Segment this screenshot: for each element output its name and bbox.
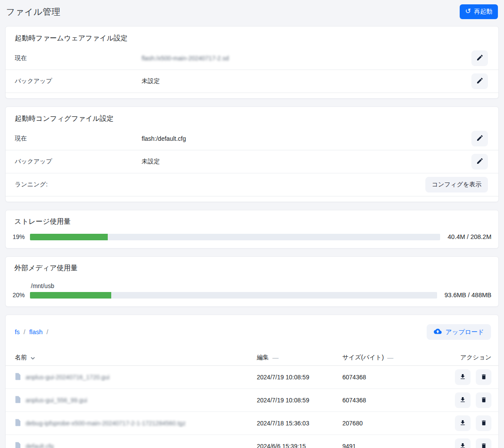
upload-button-label: アップロード	[445, 328, 484, 336]
storage-progress-bar	[30, 234, 440, 240]
firmware-backup-edit-button[interactable]	[471, 73, 488, 89]
table-row: default.cfg 2024/6/6 15:39:15 9491	[6, 435, 498, 448]
table-row: anplus-gui_556_99.gui 2024/7/19 10:08:59…	[6, 389, 498, 412]
file-edited: 2024/7/19 10:08:59	[257, 374, 342, 381]
file-actions	[443, 392, 491, 408]
config-backup-row: バックアップ 未設定	[6, 150, 498, 173]
file-edited: 2024/7/18 15:36:03	[257, 420, 342, 427]
files-toolbar: fs / flash / アップロード	[6, 324, 498, 340]
firmware-backup-value: 未設定	[142, 77, 471, 85]
download-button[interactable]	[455, 438, 471, 448]
config-current-value: flash:/default.cfg	[142, 135, 471, 142]
config-current-edit-button[interactable]	[471, 131, 488, 146]
external-progress-fill	[30, 292, 111, 299]
config-card-title: 起動時コンフィグファイル設定	[6, 107, 498, 127]
trash-icon	[481, 373, 487, 382]
download-icon	[459, 396, 466, 405]
firmware-backup-row: バックアップ 未設定	[6, 70, 498, 93]
config-backup-value: 未設定	[142, 158, 471, 166]
external-usage-row: 20% 93.6MB / 488MB	[13, 292, 491, 299]
config-current-row: 現在 flash:/default.cfg	[6, 127, 498, 150]
column-header-size[interactable]: サイズ(バイト) —	[342, 354, 443, 362]
file-icon	[15, 419, 21, 428]
firmware-settings-card: 起動時ファームウェアファイル設定 現在 flash:/x500-main-202…	[5, 26, 499, 99]
config-settings-card: 起動時コンフィグファイル設定 現在 flash:/default.cfg バック…	[5, 106, 499, 202]
pencil-icon	[476, 77, 484, 86]
storage-usage-title: ストレージ使用量	[13, 217, 491, 233]
config-current-label: 現在	[15, 135, 142, 143]
restart-button[interactable]: ↺ 再起動	[460, 4, 498, 19]
file-icon	[15, 442, 21, 448]
firmware-current-value: flash:/x500-main-20240717-2.sd	[142, 55, 471, 62]
config-running-row: ランニング: コンフィグを表示	[6, 173, 498, 196]
file-name: anplus-gui-20240716_1720.gui	[26, 374, 109, 381]
external-progress-bar	[30, 292, 437, 299]
external-usage-value: 93.6MB / 488MB	[444, 292, 491, 299]
file-size: 6074368	[342, 374, 443, 381]
delete-button[interactable]	[476, 392, 491, 408]
files-table-header: 名前 編集 — サイズ(バイト) — アクション	[6, 350, 498, 366]
download-icon	[459, 419, 466, 428]
firmware-card-title: 起動時ファームウェアファイル設定	[6, 27, 498, 47]
file-name: debug-ipfsprobe-x500-main-20240717-2-1-1…	[26, 420, 186, 427]
delete-button[interactable]	[476, 415, 491, 431]
storage-percent-label: 19%	[13, 233, 30, 240]
storage-usage-card: ストレージ使用量 19% 40.4M / 208.2M	[5, 210, 499, 249]
pencil-icon	[476, 134, 484, 143]
sort-dash-icon: —	[272, 354, 279, 361]
download-button[interactable]	[455, 415, 471, 431]
pencil-icon	[476, 157, 484, 166]
firmware-current-edit-button[interactable]	[471, 50, 488, 66]
column-header-name[interactable]: 名前	[15, 354, 257, 362]
column-header-edited[interactable]: 編集 —	[257, 354, 342, 362]
external-media-usage-card: 外部メディア使用量 /mnt/usb 20% 93.6MB / 488MB	[5, 256, 499, 307]
config-running-label: ランニング:	[15, 181, 142, 189]
download-button[interactable]	[455, 392, 471, 408]
file-name-cell: debug-ipfsprobe-x500-main-20240717-2-1-1…	[15, 419, 257, 428]
file-name: default.cfg	[26, 443, 54, 448]
storage-progress-fill	[30, 234, 108, 240]
page-title: ファイル管理	[6, 6, 60, 18]
file-size: 9491	[342, 443, 443, 448]
sort-dash-icon: —	[387, 354, 393, 361]
table-row: anplus-gui-20240716_1720.gui 2024/7/19 1…	[6, 366, 498, 389]
storage-usage-row: 19% 40.4M / 208.2M	[13, 233, 491, 240]
breadcrumb: fs / flash /	[15, 329, 48, 335]
breadcrumb-fs-link[interactable]: fs	[15, 329, 20, 335]
file-browser-card: fs / flash / アップロード 名前 編集 — サイズ(バイト) —	[5, 315, 499, 448]
pencil-icon	[476, 54, 484, 63]
file-name-cell: anplus-gui_556_99.gui	[15, 396, 257, 405]
delete-button[interactable]	[476, 369, 491, 385]
cloud-upload-icon	[434, 328, 442, 336]
breadcrumb-flash-link[interactable]: flash	[29, 329, 43, 335]
config-backup-label: バックアップ	[15, 158, 142, 166]
show-config-button[interactable]: コンフィグを表示	[425, 177, 488, 192]
download-button[interactable]	[455, 369, 471, 385]
download-icon	[459, 373, 466, 382]
file-name-cell: anplus-gui-20240716_1720.gui	[15, 373, 257, 382]
file-icon	[15, 373, 21, 382]
config-backup-edit-button[interactable]	[471, 154, 488, 169]
delete-button[interactable]	[476, 438, 491, 448]
file-icon	[15, 396, 21, 405]
page-header: ファイル管理 ↺ 再起動	[0, 0, 504, 26]
trash-icon	[481, 396, 487, 405]
file-edited: 2024/6/6 15:39:15	[257, 443, 342, 448]
trash-icon	[481, 419, 487, 428]
storage-usage-value: 40.4M / 208.2M	[448, 233, 491, 240]
restart-button-label: 再起動	[474, 8, 492, 16]
table-row: debug-ipfsprobe-x500-main-20240717-2-1-1…	[6, 412, 498, 435]
file-actions	[443, 369, 491, 385]
download-icon	[459, 442, 466, 448]
restart-icon: ↺	[465, 8, 471, 15]
breadcrumb-separator: /	[23, 329, 25, 335]
firmware-current-row: 現在 flash:/x500-main-20240717-2.sd	[6, 47, 498, 70]
external-percent-label: 20%	[13, 292, 30, 299]
file-size: 6074368	[342, 397, 443, 404]
file-name-cell: default.cfg	[15, 442, 257, 448]
external-media-usage-title: 外部メディア使用量	[13, 264, 491, 280]
column-header-actions: アクション	[443, 354, 491, 362]
file-actions	[443, 415, 491, 431]
breadcrumb-separator: /	[46, 329, 48, 335]
upload-button[interactable]: アップロード	[427, 324, 491, 340]
